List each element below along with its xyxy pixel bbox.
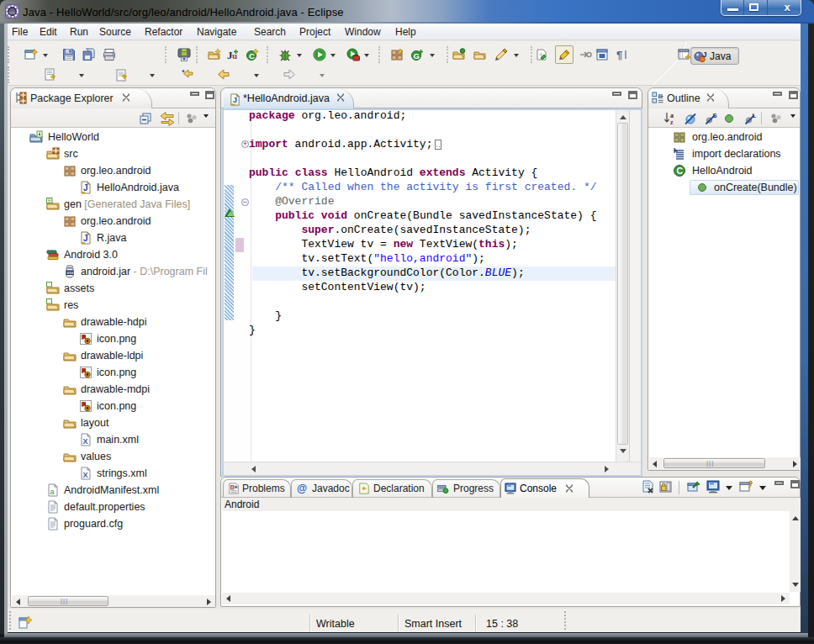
svg-text:C: C bbox=[677, 166, 684, 176]
svg-text:¶: ¶ bbox=[616, 49, 622, 61]
svg-text:J: J bbox=[233, 96, 237, 104]
svg-text:010: 010 bbox=[67, 271, 74, 275]
svg-text:J: J bbox=[703, 50, 707, 59]
svg-text:C: C bbox=[249, 51, 255, 61]
svg-text:X: X bbox=[83, 471, 88, 479]
svg-text:J: J bbox=[83, 234, 88, 243]
svg-text:J: J bbox=[83, 183, 88, 193]
svg-text:z: z bbox=[670, 119, 674, 125]
svg-text:a: a bbox=[50, 488, 55, 496]
svg-text:G: G bbox=[414, 51, 420, 61]
svg-text:X: X bbox=[83, 437, 88, 446]
